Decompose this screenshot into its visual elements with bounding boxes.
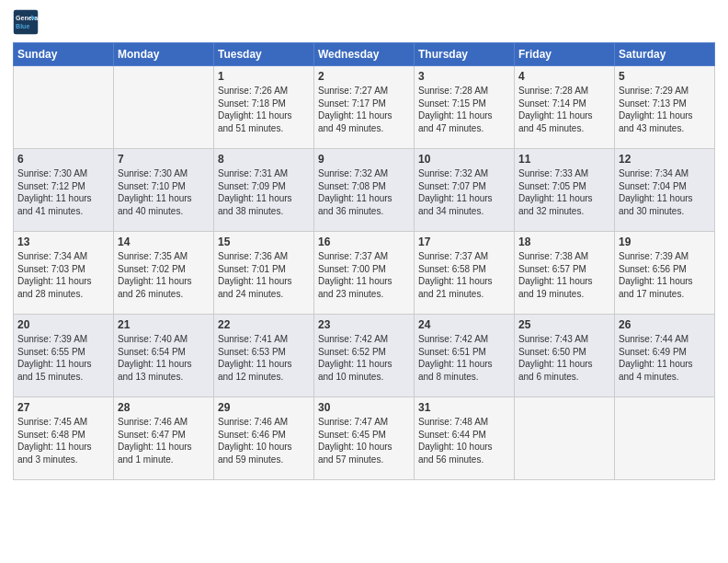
day-number: 22 bbox=[218, 318, 310, 331]
header-row: SundayMondayTuesdayWednesdayThursdayFrid… bbox=[14, 43, 715, 66]
day-number: 4 bbox=[518, 70, 610, 83]
calendar-cell: 4Sunrise: 7:28 AM Sunset: 7:14 PM Daylig… bbox=[515, 66, 615, 149]
calendar-cell: 24Sunrise: 7:42 AM Sunset: 6:51 PM Dayli… bbox=[415, 315, 515, 397]
calendar-cell: 12Sunrise: 7:34 AM Sunset: 7:04 PM Dayli… bbox=[615, 149, 715, 232]
day-number: 24 bbox=[418, 318, 510, 331]
day-number: 19 bbox=[619, 236, 711, 248]
day-info: Sunrise: 7:45 AM Sunset: 6:48 PM Dayligh… bbox=[17, 416, 109, 465]
calendar-cell: 28Sunrise: 7:46 AM Sunset: 6:47 PM Dayli… bbox=[114, 397, 214, 480]
logo: General Blue bbox=[13, 9, 42, 35]
day-number: 21 bbox=[118, 318, 210, 331]
day-info: Sunrise: 7:38 AM Sunset: 6:57 PM Dayligh… bbox=[518, 250, 610, 300]
day-info: Sunrise: 7:47 AM Sunset: 6:45 PM Dayligh… bbox=[318, 416, 410, 465]
page: General Blue SundayMondayTuesdayWednesda… bbox=[0, 0, 728, 493]
header-cell-thursday: Thursday bbox=[415, 43, 515, 66]
day-info: Sunrise: 7:34 AM Sunset: 7:03 PM Dayligh… bbox=[17, 250, 109, 300]
calendar-cell bbox=[14, 66, 114, 149]
calendar-cell: 1Sunrise: 7:26 AM Sunset: 7:18 PM Daylig… bbox=[214, 66, 314, 149]
day-info: Sunrise: 7:28 AM Sunset: 7:14 PM Dayligh… bbox=[518, 85, 610, 134]
day-number: 12 bbox=[619, 153, 711, 166]
day-number: 5 bbox=[619, 70, 711, 83]
day-info: Sunrise: 7:30 AM Sunset: 7:10 PM Dayligh… bbox=[118, 167, 210, 217]
day-number: 26 bbox=[619, 318, 711, 331]
day-info: Sunrise: 7:39 AM Sunset: 6:56 PM Dayligh… bbox=[619, 250, 711, 300]
day-info: Sunrise: 7:33 AM Sunset: 7:05 PM Dayligh… bbox=[518, 167, 610, 217]
day-info: Sunrise: 7:26 AM Sunset: 7:18 PM Dayligh… bbox=[218, 85, 310, 134]
day-number: 10 bbox=[418, 153, 510, 166]
day-info: Sunrise: 7:37 AM Sunset: 6:58 PM Dayligh… bbox=[418, 250, 510, 300]
day-info: Sunrise: 7:32 AM Sunset: 7:07 PM Dayligh… bbox=[418, 167, 510, 217]
day-number: 3 bbox=[418, 70, 510, 83]
day-info: Sunrise: 7:43 AM Sunset: 6:50 PM Dayligh… bbox=[518, 333, 610, 383]
day-info: Sunrise: 7:30 AM Sunset: 7:12 PM Dayligh… bbox=[17, 167, 109, 217]
day-info: Sunrise: 7:28 AM Sunset: 7:15 PM Dayligh… bbox=[418, 85, 510, 134]
day-number: 20 bbox=[17, 318, 109, 331]
week-row-3: 20Sunrise: 7:39 AM Sunset: 6:55 PM Dayli… bbox=[14, 315, 715, 397]
header-cell-wednesday: Wednesday bbox=[314, 43, 415, 66]
calendar-cell: 9Sunrise: 7:32 AM Sunset: 7:08 PM Daylig… bbox=[314, 149, 415, 232]
day-info: Sunrise: 7:46 AM Sunset: 6:47 PM Dayligh… bbox=[118, 416, 210, 465]
calendar-cell: 15Sunrise: 7:36 AM Sunset: 7:01 PM Dayli… bbox=[214, 232, 314, 315]
week-row-2: 13Sunrise: 7:34 AM Sunset: 7:03 PM Dayli… bbox=[14, 232, 715, 315]
day-info: Sunrise: 7:36 AM Sunset: 7:01 PM Dayligh… bbox=[218, 250, 310, 300]
calendar-cell: 26Sunrise: 7:44 AM Sunset: 6:49 PM Dayli… bbox=[615, 315, 715, 397]
calendar-cell: 21Sunrise: 7:40 AM Sunset: 6:54 PM Dayli… bbox=[114, 315, 214, 397]
calendar-cell: 10Sunrise: 7:32 AM Sunset: 7:07 PM Dayli… bbox=[415, 149, 515, 232]
day-number: 7 bbox=[118, 153, 210, 166]
header-cell-tuesday: Tuesday bbox=[214, 43, 314, 66]
day-number: 13 bbox=[17, 236, 109, 248]
day-number: 6 bbox=[17, 153, 109, 166]
calendar-cell: 29Sunrise: 7:46 AM Sunset: 6:46 PM Dayli… bbox=[214, 397, 314, 480]
day-info: Sunrise: 7:27 AM Sunset: 7:17 PM Dayligh… bbox=[318, 85, 410, 134]
calendar-header: SundayMondayTuesdayWednesdayThursdayFrid… bbox=[14, 43, 715, 66]
calendar-cell: 22Sunrise: 7:41 AM Sunset: 6:53 PM Dayli… bbox=[214, 315, 314, 397]
calendar-cell: 8Sunrise: 7:31 AM Sunset: 7:09 PM Daylig… bbox=[214, 149, 314, 232]
calendar-cell: 18Sunrise: 7:38 AM Sunset: 6:57 PM Dayli… bbox=[515, 232, 615, 315]
day-info: Sunrise: 7:46 AM Sunset: 6:46 PM Dayligh… bbox=[218, 416, 310, 465]
calendar-cell: 20Sunrise: 7:39 AM Sunset: 6:55 PM Dayli… bbox=[14, 315, 114, 397]
day-info: Sunrise: 7:48 AM Sunset: 6:44 PM Dayligh… bbox=[418, 416, 510, 465]
day-number: 9 bbox=[318, 153, 410, 166]
day-number: 17 bbox=[418, 236, 510, 248]
day-number: 27 bbox=[17, 401, 109, 414]
day-number: 8 bbox=[218, 153, 310, 166]
day-number: 23 bbox=[318, 318, 410, 331]
calendar-cell: 19Sunrise: 7:39 AM Sunset: 6:56 PM Dayli… bbox=[615, 232, 715, 315]
calendar-cell: 23Sunrise: 7:42 AM Sunset: 6:52 PM Dayli… bbox=[314, 315, 415, 397]
svg-text:Blue: Blue bbox=[16, 23, 29, 29]
calendar-cell: 11Sunrise: 7:33 AM Sunset: 7:05 PM Dayli… bbox=[515, 149, 615, 232]
calendar-cell: 3Sunrise: 7:28 AM Sunset: 7:15 PM Daylig… bbox=[415, 66, 515, 149]
calendar-cell: 17Sunrise: 7:37 AM Sunset: 6:58 PM Dayli… bbox=[415, 232, 515, 315]
day-number: 14 bbox=[118, 236, 210, 248]
calendar-cell: 27Sunrise: 7:45 AM Sunset: 6:48 PM Dayli… bbox=[14, 397, 114, 480]
week-row-0: 1Sunrise: 7:26 AM Sunset: 7:18 PM Daylig… bbox=[14, 66, 715, 149]
calendar-cell bbox=[114, 66, 214, 149]
calendar-cell: 16Sunrise: 7:37 AM Sunset: 7:00 PM Dayli… bbox=[314, 232, 415, 315]
header: General Blue bbox=[13, 9, 715, 35]
day-number: 2 bbox=[318, 70, 410, 83]
week-row-4: 27Sunrise: 7:45 AM Sunset: 6:48 PM Dayli… bbox=[14, 397, 715, 480]
day-number: 31 bbox=[418, 401, 510, 414]
header-cell-sunday: Sunday bbox=[14, 43, 114, 66]
day-number: 30 bbox=[318, 401, 410, 414]
day-number: 15 bbox=[218, 236, 310, 248]
calendar-table: SundayMondayTuesdayWednesdayThursdayFrid… bbox=[13, 42, 715, 480]
header-cell-monday: Monday bbox=[114, 43, 214, 66]
header-cell-saturday: Saturday bbox=[615, 43, 715, 66]
day-number: 25 bbox=[518, 318, 610, 331]
day-number: 18 bbox=[518, 236, 610, 248]
calendar-cell: 13Sunrise: 7:34 AM Sunset: 7:03 PM Dayli… bbox=[14, 232, 114, 315]
calendar-cell: 30Sunrise: 7:47 AM Sunset: 6:45 PM Dayli… bbox=[314, 397, 415, 480]
calendar-cell: 6Sunrise: 7:30 AM Sunset: 7:12 PM Daylig… bbox=[14, 149, 114, 232]
calendar-cell: 2Sunrise: 7:27 AM Sunset: 7:17 PM Daylig… bbox=[314, 66, 415, 149]
day-info: Sunrise: 7:29 AM Sunset: 7:13 PM Dayligh… bbox=[619, 85, 711, 134]
logo-icon: General Blue bbox=[13, 9, 39, 35]
calendar-cell: 7Sunrise: 7:30 AM Sunset: 7:10 PM Daylig… bbox=[114, 149, 214, 232]
day-info: Sunrise: 7:41 AM Sunset: 6:53 PM Dayligh… bbox=[218, 333, 310, 383]
day-number: 29 bbox=[218, 401, 310, 414]
day-info: Sunrise: 7:39 AM Sunset: 6:55 PM Dayligh… bbox=[17, 333, 109, 383]
day-info: Sunrise: 7:34 AM Sunset: 7:04 PM Dayligh… bbox=[619, 167, 711, 217]
day-number: 28 bbox=[118, 401, 210, 414]
day-info: Sunrise: 7:44 AM Sunset: 6:49 PM Dayligh… bbox=[619, 333, 711, 383]
day-info: Sunrise: 7:42 AM Sunset: 6:52 PM Dayligh… bbox=[318, 333, 410, 383]
